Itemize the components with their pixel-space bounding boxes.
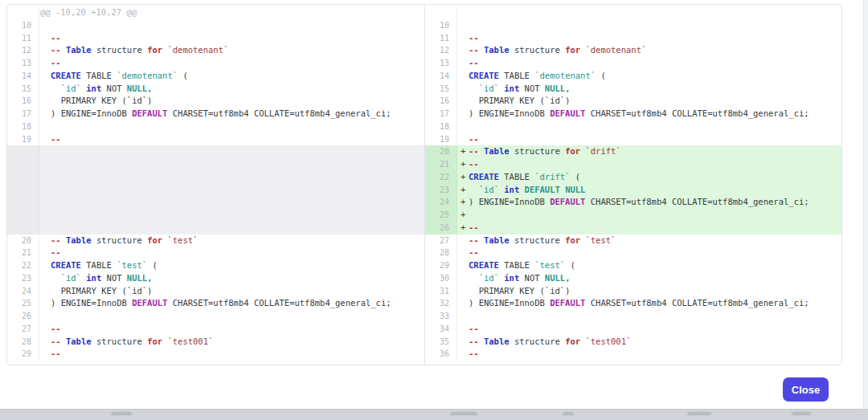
code-token: NOT [101, 84, 127, 93]
code-line: -- [457, 133, 841, 146]
diff-left-pane: @@ -10,20 +10,27 @@1011--12-- Table stru… [7, 5, 424, 365]
code-token: ( [147, 260, 158, 270]
modal-footer: Close [0, 366, 862, 408]
hunk-header-row: @@ -10,20 +10,27 @@ [7, 6, 424, 19]
code-line [457, 310, 841, 323]
line-number: 18 [425, 120, 457, 133]
code-token: `id` [479, 185, 499, 194]
line-number: 10 [425, 19, 457, 32]
code-token: -- [51, 235, 66, 245]
code-token: int [504, 185, 519, 194]
line-number: 35 [425, 336, 457, 349]
added-line-marker: + [461, 209, 465, 222]
diff-row: 21-- [7, 247, 424, 259]
code-token [51, 84, 61, 93]
code-line: -- [39, 247, 424, 259]
added-line-marker: + [461, 222, 465, 234]
code-line: -- [39, 323, 424, 336]
code-line: +-- [457, 158, 841, 171]
line-number: 15 [7, 83, 39, 96]
diff-row: 14CREATE TABLE `demotenant` ( [7, 70, 424, 83]
diff-row: 14CREATE TABLE `demotenant` ( [425, 70, 841, 83]
code-token: for [565, 235, 580, 245]
code-token: `test` [585, 235, 616, 245]
added-diff-row: 20+-- Table structure for `drift` [425, 145, 841, 158]
code-line: `id` int NOT NULL, [39, 83, 424, 96]
code-token: -- [469, 45, 484, 55]
code-token: DEFAULT [550, 197, 585, 206]
code-token: -- [51, 247, 61, 257]
line-number: 13 [425, 57, 457, 70]
code-token: `id` [61, 84, 81, 93]
code-token: DEFAULT [550, 108, 585, 118]
code-line: PRIMARY KEY (`id`) [457, 95, 841, 108]
code-token: int [504, 273, 519, 283]
code-line: +-- Table structure for `drift` [457, 145, 841, 158]
diff-row [425, 6, 841, 19]
gap-gutter [7, 145, 39, 234]
line-number: 21 [7, 247, 39, 259]
code-token: -- [51, 33, 61, 43]
code-token [469, 84, 479, 93]
code-token: -- [469, 58, 479, 67]
code-token: CREATE [51, 260, 81, 270]
code-token: `demotenant` [167, 45, 228, 55]
code-token: structure [92, 235, 148, 245]
code-token: , [147, 273, 152, 283]
line-number: 23 [425, 184, 457, 197]
line-number: 22 [7, 259, 39, 272]
code-token: for [565, 336, 580, 346]
added-diff-row: 21+-- [425, 158, 841, 171]
code-line: ) ENGINE=InnoDB DEFAULT CHARSET=utf8mb4 … [39, 297, 424, 310]
code-token: -- [469, 134, 479, 144]
code-line: ) ENGINE=InnoDB DEFAULT CHARSET=utf8mb4 … [39, 108, 424, 120]
code-line [39, 120, 424, 133]
code-line: CREATE TABLE `test` ( [457, 259, 841, 272]
code-token: -- [469, 247, 479, 257]
code-token: -- [51, 58, 61, 67]
page-scrollbar[interactable] [863, 0, 868, 409]
code-token: `test001` [167, 336, 213, 346]
line-number: 21 [425, 158, 457, 171]
code-token: ( [178, 71, 188, 80]
code-token: CREATE [469, 172, 499, 181]
line-number: 16 [425, 95, 457, 108]
code-token: structure [510, 235, 566, 245]
line-number: 27 [425, 234, 457, 247]
code-token: CHARSET=utf8mb4 COLLATE=utf8mb4_general_… [585, 298, 809, 308]
code-token: Table [484, 336, 510, 346]
code-token: PRIMARY KEY (`id`) [469, 286, 570, 296]
code-token: ) ENGINE=InnoDB [469, 298, 550, 308]
diff-row: 19-- [425, 133, 841, 146]
line-number: 11 [425, 32, 457, 45]
line-number: 12 [7, 44, 39, 57]
added-diff-row: 22+CREATE TABLE `drift` ( [425, 171, 841, 184]
code-line: -- Table structure for `test` [457, 234, 841, 247]
code-token: -- [469, 324, 479, 333]
code-token: -- [51, 336, 66, 346]
code-token: structure [510, 45, 566, 55]
code-line: CREATE TABLE `demotenant` ( [457, 70, 841, 83]
background-page-strip [0, 409, 868, 420]
code-token: PRIMARY KEY (`id`) [51, 96, 152, 105]
line-number: 20 [7, 234, 39, 247]
code-token: -- [51, 45, 66, 55]
diff-row: 35-- Table structure for `test001` [425, 336, 841, 349]
diff-row: 11-- [425, 32, 841, 45]
code-line: ) ENGINE=InnoDB DEFAULT CHARSET=utf8mb4 … [457, 297, 841, 310]
code-token: ) ENGINE=InnoDB [51, 108, 132, 118]
diff-row: 13-- [425, 57, 841, 70]
diff-row: 25) ENGINE=InnoDB DEFAULT CHARSET=utf8mb… [7, 297, 424, 310]
diff-row: 19-- [7, 133, 424, 146]
code-token: -- [469, 336, 484, 346]
code-token: DEFAULT [132, 298, 167, 308]
code-token: -- [51, 324, 61, 333]
code-token [469, 185, 479, 194]
code-line: -- [457, 348, 841, 361]
diff-row: 17) ENGINE=InnoDB DEFAULT CHARSET=utf8mb… [425, 108, 841, 120]
code-token: DEFAULT [550, 298, 585, 308]
close-button[interactable]: Close [783, 377, 829, 402]
added-line-marker: + [461, 184, 465, 197]
line-number: 10 [7, 19, 39, 32]
code-line [457, 120, 841, 133]
